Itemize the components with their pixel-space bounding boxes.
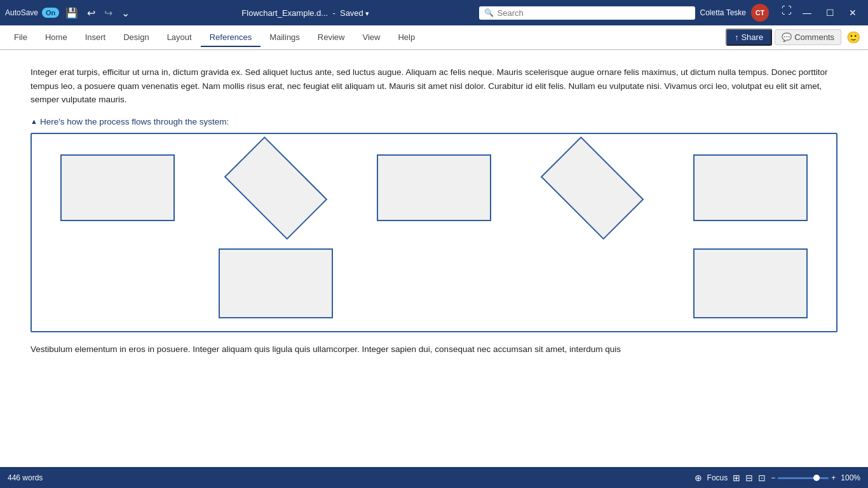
- flowchart-container[interactable]: [31, 133, 837, 332]
- tab-file[interactable]: File: [5, 29, 36, 47]
- tab-help[interactable]: Help: [389, 29, 424, 47]
- undo-icon[interactable]: ↩: [85, 6, 98, 20]
- flowchart-rect-5[interactable]: [693, 248, 808, 318]
- flowchart-rect-4[interactable]: [219, 248, 333, 318]
- emoji-button[interactable]: 🙂: [844, 29, 863, 46]
- more-icon[interactable]: ⌄: [119, 6, 132, 20]
- focus-label[interactable]: Focus: [707, 473, 728, 482]
- comments-label: Comments: [794, 32, 834, 42]
- flowchart-placeholder-1: [60, 250, 175, 316]
- tab-view[interactable]: View: [353, 29, 389, 47]
- close-button[interactable]: ✕: [843, 4, 863, 22]
- flowchart-diamond-2-wrap: [535, 147, 649, 229]
- document-area: Integer erat turpis, efficitur ut urna i…: [0, 50, 868, 467]
- status-bar: 446 words ⊕ Focus ⊞ ⊟ ⊡ − + 100%: [0, 467, 868, 488]
- title-bar-left: AutoSave On 💾 ↩ ↪ ⌄: [5, 6, 132, 20]
- doc-heading: ▲ Here's how the process flows through t…: [31, 117, 837, 126]
- filename-label: Flowchart_Example.d...: [241, 8, 328, 18]
- title-bar-right: Coletta Teske CT ⛶ — ☐ ✕: [695, 4, 864, 22]
- flowchart-row-1: [44, 147, 824, 242]
- autosave-toggle[interactable]: On: [42, 8, 59, 18]
- share-button[interactable]: ↑ Share: [726, 29, 772, 46]
- search-icon: 🔍: [484, 8, 494, 17]
- zoom-level: 100%: [841, 473, 860, 482]
- search-input[interactable]: [498, 8, 690, 18]
- window-controls: ⛶ — ☐ ✕: [779, 4, 863, 22]
- search-box[interactable]: 🔍: [479, 6, 695, 20]
- zoom-slider[interactable]: − +: [771, 473, 836, 482]
- heading-text[interactable]: Here's how the process flows through the…: [40, 117, 229, 126]
- flowchart-placeholder-3: [535, 250, 649, 316]
- share-icon: ↑: [735, 32, 739, 42]
- flowchart-rect-2[interactable]: [377, 154, 491, 221]
- flowchart-diamond-1-wrap: [219, 147, 333, 229]
- zoom-thumb: [813, 475, 820, 481]
- paragraph-2[interactable]: Vestibulum elementum in eros in posuere.…: [31, 342, 837, 356]
- document-page[interactable]: Integer erat turpis, efficitur ut urna i…: [0, 50, 868, 467]
- save-icon[interactable]: 💾: [63, 6, 81, 20]
- fullscreen-icon[interactable]: ⛶: [779, 4, 794, 22]
- flowchart-row-2: [44, 248, 824, 318]
- tab-design[interactable]: Design: [114, 29, 158, 47]
- tab-references[interactable]: References: [201, 29, 261, 47]
- zoom-minus-icon[interactable]: −: [771, 473, 775, 482]
- zoom-track[interactable]: [778, 477, 829, 479]
- comments-button[interactable]: 💬 Comments: [775, 29, 841, 45]
- word-count: 446 words: [8, 473, 43, 482]
- print-layout-icon[interactable]: ⊡: [758, 473, 766, 483]
- paragraph-1[interactable]: Integer erat turpis, efficitur ut urna i…: [31, 65, 837, 107]
- minimize-button[interactable]: —: [797, 4, 817, 22]
- ribbon-right: ↑ Share 💬 Comments 🙂: [726, 29, 863, 46]
- user-name: Coletta Teske: [700, 8, 747, 17]
- focus-icon[interactable]: ⊕: [695, 473, 702, 483]
- flowchart-rect-3[interactable]: [693, 154, 808, 221]
- autosave-label: AutoSave: [5, 8, 38, 17]
- flowchart-rect-1[interactable]: [60, 154, 175, 221]
- collapse-arrow-icon[interactable]: ▲: [31, 118, 37, 125]
- status-right: ⊕ Focus ⊞ ⊟ ⊡ − + 100%: [695, 473, 860, 483]
- ribbon-tabs: File Home Insert Design Layout Reference…: [0, 25, 868, 50]
- comment-icon: 💬: [782, 32, 792, 42]
- tab-home[interactable]: Home: [36, 29, 76, 47]
- tab-review[interactable]: Review: [309, 29, 354, 47]
- flowchart-placeholder-2: [377, 250, 491, 316]
- flowchart-diamond-1[interactable]: [224, 136, 327, 240]
- share-label: Share: [741, 32, 763, 42]
- user-avatar: CT: [751, 4, 769, 22]
- title-bar: AutoSave On 💾 ↩ ↪ ⌄ Flowchart_Example.d.…: [0, 0, 868, 25]
- saved-dropdown-icon[interactable]: ▾: [365, 10, 369, 17]
- saved-label: Saved: [340, 8, 363, 18]
- ribbon: File Home Insert Design Layout Reference…: [0, 25, 868, 50]
- maximize-button[interactable]: ☐: [820, 4, 840, 22]
- title-bar-center: Flowchart_Example.d... - Saved ▾: [132, 8, 478, 18]
- redo-icon[interactable]: ↪: [102, 6, 115, 20]
- views-icon[interactable]: ⊞: [733, 473, 740, 483]
- doc-layout-icon[interactable]: ⊟: [745, 473, 753, 483]
- tab-layout[interactable]: Layout: [158, 29, 201, 47]
- tab-insert[interactable]: Insert: [76, 29, 115, 47]
- tab-mailings[interactable]: Mailings: [261, 29, 309, 47]
- zoom-plus-icon[interactable]: +: [831, 473, 836, 482]
- flowchart-diamond-2[interactable]: [541, 136, 644, 240]
